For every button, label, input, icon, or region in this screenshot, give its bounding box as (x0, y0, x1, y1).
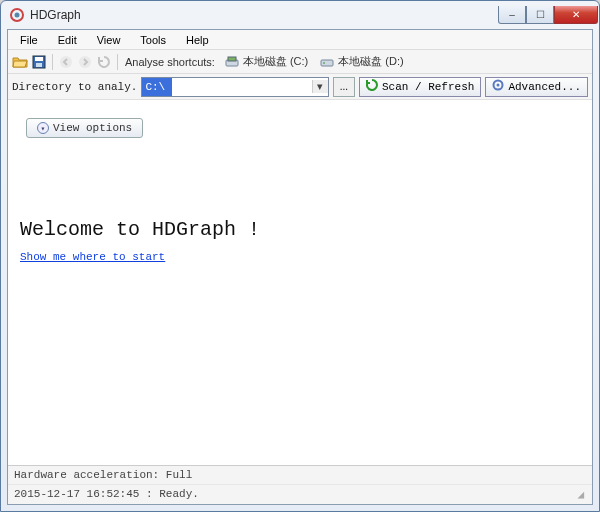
shortcut-drive-d-label: 本地磁盘 (D:) (338, 54, 403, 69)
scan-refresh-button[interactable]: Scan / Refresh (359, 77, 481, 97)
pathbar: Directory to analy. C:\ ▾ ... Scan / Ref… (8, 74, 592, 100)
menu-help[interactable]: Help (176, 32, 219, 48)
client-area: File Edit View Tools Help Anal (7, 29, 593, 505)
svg-point-1 (15, 13, 20, 18)
view-options-button[interactable]: ▾ View options (26, 118, 143, 138)
toolbar-separator (117, 54, 118, 70)
drive-icon (224, 54, 240, 70)
scan-label: Scan / Refresh (382, 81, 474, 93)
app-icon (9, 7, 25, 23)
back-icon (58, 54, 74, 70)
window-title: HDGraph (30, 8, 498, 22)
svg-point-6 (79, 56, 91, 68)
drive-icon (319, 54, 335, 70)
shortcut-drive-d[interactable]: 本地磁盘 (D:) (315, 54, 407, 70)
browse-label: ... (340, 81, 348, 92)
hardware-accel-status: Hardware acceleration: Full (8, 466, 592, 485)
body-area: ▾ View options Welcome to HDGraph ! Show… (8, 100, 592, 465)
maximize-button[interactable]: ☐ (526, 6, 554, 24)
shortcut-drive-c[interactable]: 本地磁盘 (C:) (220, 54, 312, 70)
refresh-green-icon (366, 79, 378, 94)
menu-edit[interactable]: Edit (48, 32, 87, 48)
svg-point-10 (323, 62, 325, 64)
menu-tools[interactable]: Tools (130, 32, 176, 48)
svg-rect-9 (321, 60, 333, 66)
window-frame: HDGraph – ☐ ✕ File Edit View Tools Help (0, 0, 600, 512)
browse-button[interactable]: ... (333, 77, 355, 97)
statusbar: Hardware acceleration: Full 2015-12-17 1… (8, 465, 592, 504)
directory-combo[interactable]: C:\ ▾ (141, 77, 329, 97)
view-options-label: View options (53, 122, 132, 134)
close-button[interactable]: ✕ (554, 6, 598, 24)
window-controls: – ☐ ✕ (498, 6, 598, 24)
chevron-down-icon: ▾ (37, 122, 49, 134)
refresh-icon (96, 54, 112, 70)
directory-label: Directory to analy. (12, 81, 137, 93)
titlebar[interactable]: HDGraph – ☐ ✕ (1, 1, 599, 29)
shortcut-drive-c-label: 本地磁盘 (C:) (243, 54, 308, 69)
svg-rect-3 (35, 57, 43, 61)
resize-grip[interactable]: ◢ (577, 488, 586, 501)
advanced-label: Advanced... (508, 81, 581, 93)
svg-point-12 (497, 84, 500, 87)
menu-view[interactable]: View (87, 32, 131, 48)
menu-file[interactable]: File (10, 32, 48, 48)
svg-rect-8 (228, 57, 236, 61)
menubar: File Edit View Tools Help (8, 30, 592, 50)
gear-icon (492, 79, 504, 94)
advanced-button[interactable]: Advanced... (485, 77, 588, 97)
toolbar: Analyse shortcuts: 本地磁盘 (C:) 本地磁盘 (D:) (8, 50, 592, 74)
open-folder-icon[interactable] (12, 54, 28, 70)
toolbar-separator (52, 54, 53, 70)
ready-status: 2015-12-17 16:52:45 : Ready. (14, 488, 199, 501)
forward-icon (77, 54, 93, 70)
start-link[interactable]: Show me where to start (20, 251, 165, 263)
svg-point-5 (60, 56, 72, 68)
save-icon[interactable] (31, 54, 47, 70)
welcome-heading: Welcome to HDGraph ! (20, 218, 580, 241)
minimize-button[interactable]: – (498, 6, 526, 24)
directory-value[interactable]: C:\ (142, 78, 172, 96)
chevron-down-icon[interactable]: ▾ (312, 80, 328, 93)
analyse-shortcuts-label: Analyse shortcuts: (125, 56, 215, 68)
svg-rect-4 (36, 63, 42, 67)
